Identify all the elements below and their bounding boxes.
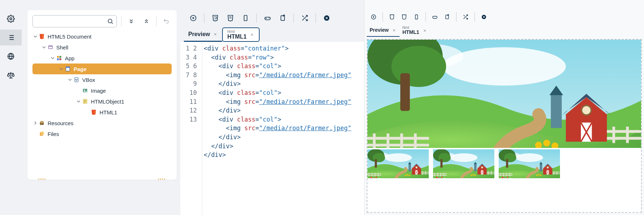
tab-html1[interactable]: html HTML1 [400, 25, 430, 37]
preview-tabbar: Preview html HTML1 [365, 24, 644, 37]
gamepad-button[interactable] [261, 12, 274, 25]
svg-rect-82 [506, 159, 508, 167]
search-input[interactable] [36, 18, 107, 24]
tree-caret[interactable] [41, 44, 47, 50]
tree-item-resources[interactable]: Resources [32, 118, 172, 128]
svg-point-12 [84, 89, 85, 91]
tree-item-label: HTML5 Document [48, 34, 92, 40]
tab-preview[interactable]: Preview [367, 25, 400, 37]
preview-image-large [367, 40, 641, 148]
tree-caret[interactable] [58, 66, 64, 72]
separator [121, 17, 122, 26]
code-content[interactable]: <div class="container"> <div class="row"… [202, 42, 364, 215]
tree-caret[interactable] [32, 34, 38, 39]
svg-rect-9 [66, 67, 70, 68]
rail-scales[interactable] [0, 67, 22, 83]
close-button[interactable] [320, 12, 333, 25]
export-button[interactable] [442, 12, 453, 22]
css-button-1[interactable] [209, 12, 222, 25]
svg-rect-27 [446, 15, 449, 19]
tree-caret[interactable] [32, 120, 38, 126]
tree-item-app[interactable]: App [32, 53, 172, 63]
close-icon [423, 28, 427, 33]
shuffle-icon [301, 14, 308, 22]
device-button[interactable] [239, 12, 252, 25]
css-button-2[interactable] [224, 12, 237, 25]
svg-point-36 [582, 105, 591, 115]
css-button-2[interactable] [399, 12, 410, 22]
separator [456, 12, 456, 22]
tree-item-label: App [65, 55, 75, 61]
play-button[interactable] [368, 12, 379, 22]
svg-point-33 [391, 46, 446, 87]
tree-item-htmlobject1[interactable]: HTMLObject1 [32, 96, 172, 107]
svg-point-60 [409, 175, 410, 176]
app-root: HTML5 DocumentShellAppPageVBoxImageHTMLO… [0, 0, 644, 215]
tree-caret[interactable] [67, 77, 73, 83]
chevrons-down-icon [128, 18, 134, 25]
svg-point-68 [481, 166, 483, 168]
svg-point-74 [471, 175, 472, 176]
device-button[interactable] [411, 12, 422, 22]
close-button[interactable] [478, 12, 489, 22]
tree-item-files[interactable]: Files [32, 128, 172, 139]
rail-outline[interactable] [0, 30, 22, 45]
chevrons-up-icon [143, 18, 150, 25]
svg-point-43 [543, 140, 550, 146]
code-editor[interactable]: 1 2 3 4 5 6 7 8 9 10 11 12 13 <div class… [180, 42, 364, 215]
page-icon [64, 65, 71, 73]
svg-point-84 [547, 166, 549, 168]
css-button-1[interactable] [387, 12, 397, 22]
tree-caret[interactable] [50, 55, 56, 61]
tree-item-page[interactable]: Page [32, 63, 172, 74]
app-icon [56, 54, 63, 62]
gamepad-button[interactable] [429, 12, 440, 22]
css-shield-icon [401, 14, 407, 20]
tree-caret-none [76, 88, 81, 93]
tree-caret[interactable] [76, 98, 81, 104]
tree-item-label: Resources [48, 120, 74, 126]
outline-tree: HTML5 DocumentShellAppPageVBoxImageHTMLO… [32, 31, 172, 139]
tab-label: Preview [370, 27, 389, 33]
tab-html1[interactable]: html HTML1 [222, 27, 259, 42]
outline-search[interactable] [32, 15, 117, 27]
svg-rect-66 [440, 159, 442, 167]
tab-close-button[interactable] [392, 28, 397, 33]
tab-close-button[interactable] [250, 32, 255, 37]
tab-close-button[interactable] [422, 28, 427, 33]
collapse-all-button[interactable] [141, 16, 152, 27]
tree-caret-none [32, 131, 38, 137]
tab-close-button[interactable] [213, 32, 218, 37]
html5-icon [38, 33, 45, 40]
rail-settings[interactable] [0, 11, 22, 27]
expand-all-button[interactable] [126, 16, 137, 27]
tree-item-html5-document[interactable]: HTML5 Document [32, 31, 172, 42]
tree-item-vbox[interactable]: VBox [32, 74, 172, 85]
close-circle-icon [323, 14, 330, 22]
editor-tabbar: Preview html HTML1 [180, 26, 364, 42]
shuffle-button[interactable] [298, 12, 311, 25]
export-button[interactable] [276, 12, 289, 25]
svg-point-56 [376, 176, 377, 178]
play-icon [190, 14, 197, 22]
svg-rect-18 [41, 132, 44, 135]
css-shield-icon [227, 14, 234, 22]
resize-handle-dots: •••••••• [27, 177, 177, 181]
tree-item-label: Image [91, 88, 106, 94]
tree-item-shell[interactable]: Shell [32, 42, 172, 53]
preview-image-row [367, 148, 641, 180]
tree-item-html1[interactable]: HTML1 [32, 107, 172, 118]
svg-rect-20 [244, 16, 247, 21]
tree-item-image[interactable]: Image [32, 85, 172, 96]
tree-item-label: VBox [82, 77, 95, 83]
svg-rect-16 [41, 123, 43, 123]
undo-button[interactable] [161, 16, 172, 27]
tab-preview[interactable]: Preview [184, 27, 222, 42]
shuffle-button[interactable] [460, 12, 471, 22]
globe-icon [7, 52, 15, 60]
play-button[interactable] [187, 12, 200, 25]
svg-point-65 [438, 153, 451, 162]
separator [383, 12, 383, 22]
rail-globe[interactable] [0, 48, 22, 64]
tree-item-label: Files [48, 131, 59, 137]
